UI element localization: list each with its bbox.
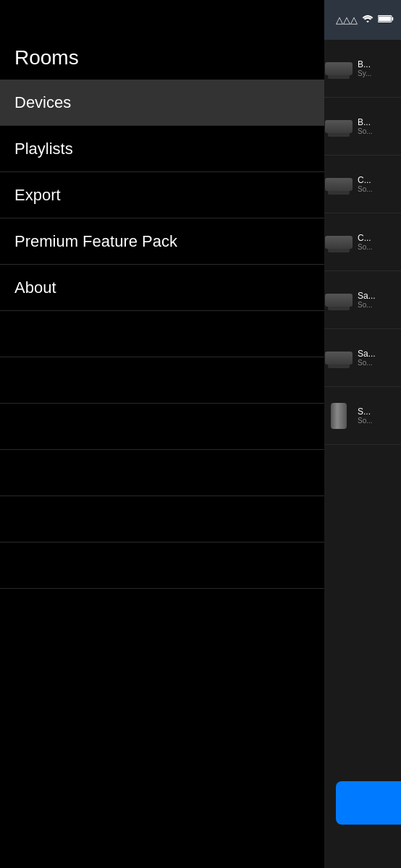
device-item-2[interactable]: B... So... xyxy=(320,98,401,156)
device-item-7[interactable]: S... So... xyxy=(320,387,401,445)
device-icon-7 xyxy=(324,406,353,426)
device-icon-6 xyxy=(324,348,353,368)
devices-panel: B... Sy... B... So... C... So... C... So… xyxy=(320,40,401,868)
device-type-3: So... xyxy=(358,185,373,193)
device-icon-3 xyxy=(324,174,353,195)
menu-empty-row-6 xyxy=(0,542,324,589)
menu-empty-row-4 xyxy=(0,450,324,496)
device-item-4[interactable]: C... So... xyxy=(320,213,401,271)
sonos-bar-icon-4 xyxy=(325,236,353,249)
device-name-6: Sa... xyxy=(358,349,376,359)
sonos-bar-icon-2 xyxy=(325,120,353,133)
sonos-bar-icon xyxy=(325,62,353,75)
menu-panel: Rooms Devices Playlists Export Premium F… xyxy=(0,0,324,868)
device-icon-5 xyxy=(324,290,353,310)
blue-action-button[interactable] xyxy=(336,781,401,825)
device-text-4: C... So... xyxy=(358,233,373,251)
device-item-6[interactable]: Sa... So... xyxy=(320,329,401,387)
device-text-3: C... So... xyxy=(358,175,373,193)
sonos-bar-icon-3 xyxy=(325,178,353,191)
device-name-5: Sa... xyxy=(358,291,376,301)
device-type-2: So... xyxy=(358,127,373,135)
device-type-1: Sy... xyxy=(358,69,371,77)
signal-icon: △△△ xyxy=(336,14,358,25)
menu-item-about[interactable]: About xyxy=(0,265,324,311)
device-type-6: So... xyxy=(358,359,376,367)
device-name-4: C... xyxy=(358,233,373,243)
menu-empty-row-1 xyxy=(0,311,324,357)
menu-item-premium-label: Premium Feature Pack xyxy=(14,232,177,251)
device-item-5[interactable]: Sa... So... xyxy=(320,271,401,329)
sonos-bar-icon-5 xyxy=(325,294,353,307)
device-type-4: So... xyxy=(358,243,373,251)
wifi-icon xyxy=(362,14,373,26)
menu-empty-row-5 xyxy=(0,496,324,542)
menu-item-playlists[interactable]: Playlists xyxy=(0,126,324,172)
menu-item-premium[interactable]: Premium Feature Pack xyxy=(0,218,324,265)
menu-item-devices-label: Devices xyxy=(14,93,71,112)
menu-item-playlists-label: Playlists xyxy=(14,140,73,158)
device-item-3[interactable]: C... So... xyxy=(320,156,401,213)
sonos-cylinder-icon xyxy=(331,403,347,429)
device-text-1: B... Sy... xyxy=(358,59,371,77)
device-type-5: So... xyxy=(358,301,376,309)
device-text-2: B... So... xyxy=(358,117,373,135)
svg-rect-2 xyxy=(379,17,391,22)
battery-icon xyxy=(378,14,394,25)
menu-item-export[interactable]: Export xyxy=(0,172,324,218)
device-icon-1 xyxy=(324,59,353,79)
device-name-2: B... xyxy=(358,117,373,127)
svg-rect-1 xyxy=(392,17,393,20)
menu-title: Rooms xyxy=(14,46,79,69)
device-text-7: S... So... xyxy=(358,407,373,425)
menu-empty-row-3 xyxy=(0,404,324,450)
device-type-7: So... xyxy=(358,417,373,425)
menu-empty-row-2 xyxy=(0,357,324,404)
menu-item-export-label: Export xyxy=(14,186,61,205)
menu-item-about-label: About xyxy=(14,278,56,297)
device-name-1: B... xyxy=(358,59,371,69)
sonos-bar-icon-6 xyxy=(325,352,353,365)
device-text-6: Sa... So... xyxy=(358,349,376,367)
device-icon-2 xyxy=(324,116,353,137)
device-icon-4 xyxy=(324,232,353,252)
status-bar: △△△ xyxy=(320,0,401,40)
device-name-3: C... xyxy=(358,175,373,185)
menu-item-devices[interactable]: Devices xyxy=(0,80,324,126)
device-item-1[interactable]: B... Sy... xyxy=(320,40,401,98)
device-name-7: S... xyxy=(358,407,373,417)
menu-header: Rooms xyxy=(0,0,324,80)
device-text-5: Sa... So... xyxy=(358,291,376,309)
